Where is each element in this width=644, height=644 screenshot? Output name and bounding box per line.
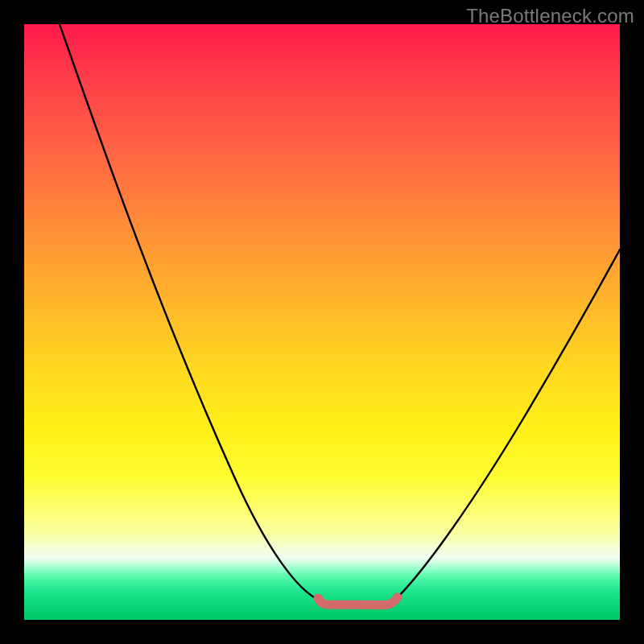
optimal-marker-dot-right [393,593,401,601]
bottleneck-curve [60,24,620,605]
curve-layer [24,24,620,620]
chart-frame: TheBottleneck.com [0,0,644,644]
watermark-text: TheBottleneck.com [466,5,634,27]
optimal-region-marker [318,597,398,605]
plot-area [24,24,620,620]
optimal-marker-dot-left [315,594,323,602]
